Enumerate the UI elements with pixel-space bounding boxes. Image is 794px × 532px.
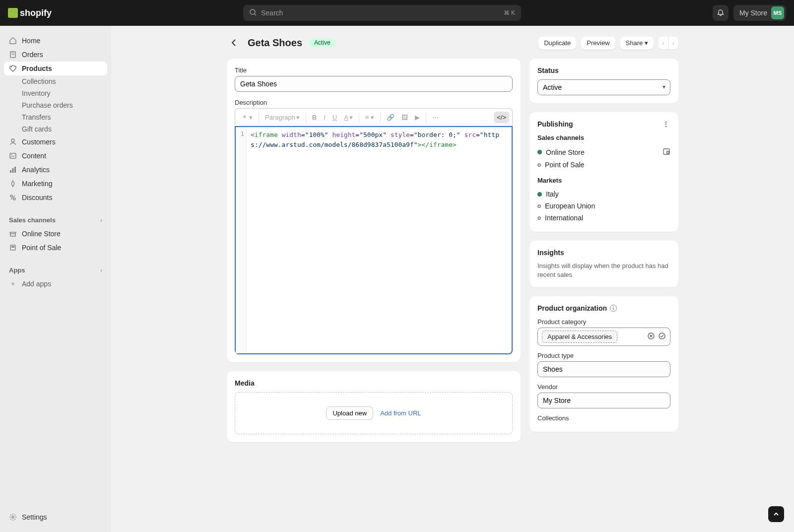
- media-title: Media: [235, 379, 513, 387]
- sidebar: Home Orders Products Collections Invento…: [0, 26, 111, 532]
- media-card: Media Upload new Add from URL: [227, 371, 521, 442]
- category-label: Product category: [537, 318, 670, 326]
- sidebar-item-marketing[interactable]: Marketing: [4, 177, 107, 191]
- publishing-menu[interactable]: ⋮: [662, 120, 670, 128]
- link-button[interactable]: 🔗: [384, 112, 397, 123]
- sidebar-item-products[interactable]: Products: [4, 62, 107, 75]
- sidebar-item-add-apps[interactable]: ＋ Add apps: [4, 277, 107, 291]
- analytics-icon: [9, 166, 17, 174]
- add-from-url-button[interactable]: Add from URL: [380, 409, 421, 417]
- sidebar-sub-inventory[interactable]: Inventory: [4, 87, 107, 99]
- confirm-icon[interactable]: [658, 332, 666, 341]
- scroll-top-button[interactable]: [768, 506, 784, 522]
- pager: ‹ ›: [658, 36, 678, 50]
- type-label: Product type: [537, 352, 670, 359]
- title-input[interactable]: [235, 76, 513, 92]
- vendor-input[interactable]: [537, 393, 670, 408]
- pos-icon: [9, 244, 17, 252]
- clear-icon[interactable]: [647, 332, 655, 341]
- svg-point-17: [12, 516, 14, 518]
- svg-point-0: [250, 9, 255, 14]
- underline-button[interactable]: U: [330, 112, 340, 123]
- back-button[interactable]: [227, 36, 241, 50]
- share-button[interactable]: Share ▾: [620, 36, 655, 50]
- sidebar-sub-transfers[interactable]: Transfers: [4, 111, 107, 123]
- sidebar-item-content[interactable]: Content: [4, 149, 107, 163]
- sidebar-item-label: Add apps: [22, 280, 51, 288]
- more-button[interactable]: ⋯: [429, 112, 442, 123]
- sidebar-item-label: Content: [22, 152, 46, 160]
- main-content: Geta Shoes Active Duplicate Preview Shar…: [111, 26, 794, 532]
- marketing-icon: [9, 180, 17, 188]
- sidebar-item-analytics[interactable]: Analytics: [4, 163, 107, 177]
- ai-button[interactable]: ▾: [238, 112, 256, 123]
- preview-button[interactable]: Preview: [581, 36, 615, 50]
- topbar: shopify Search ⌘ K My Store MS: [0, 0, 794, 26]
- category-tag[interactable]: Apparel & Accessories: [542, 331, 617, 343]
- search-icon: [249, 8, 257, 18]
- search-placeholder: Search: [261, 9, 283, 17]
- product-org-card: Product organization i Product category …: [529, 296, 678, 432]
- video-button[interactable]: ▶: [412, 112, 423, 123]
- bold-button[interactable]: B: [309, 112, 320, 123]
- channel-pos: Point of Sale: [537, 159, 670, 171]
- sidebar-item-discounts[interactable]: Discounts: [4, 191, 107, 204]
- info-icon[interactable]: i: [610, 305, 617, 312]
- market-eu: European Union: [537, 200, 670, 212]
- category-field[interactable]: Apparel & Accessories: [537, 328, 670, 346]
- sidebar-item-settings[interactable]: Settings: [4, 510, 107, 524]
- italic-button[interactable]: I: [321, 112, 329, 123]
- store-menu[interactable]: My Store MS: [733, 5, 786, 21]
- code-body[interactable]: <iframe width="100%" height="500px" styl…: [247, 127, 512, 353]
- media-dropzone[interactable]: Upload new Add from URL: [235, 392, 513, 434]
- sidebar-section-apps[interactable]: Apps ›: [4, 264, 107, 277]
- sidebar-item-customers[interactable]: Customers: [4, 135, 107, 149]
- sidebar-item-online-store[interactable]: Online Store: [4, 227, 107, 241]
- markets-label: Markets: [537, 177, 670, 184]
- collections-label: Collections: [537, 414, 670, 422]
- status-select[interactable]: [537, 79, 670, 95]
- logo[interactable]: shopify: [8, 8, 52, 18]
- description-code-editor[interactable]: 1 <iframe width="100%" height="500px" st…: [235, 126, 513, 354]
- align-button[interactable]: ≡ ▾: [362, 112, 377, 123]
- code-view-button[interactable]: </>: [494, 112, 509, 123]
- chevron-right-icon: ›: [100, 216, 102, 224]
- paragraph-dropdown[interactable]: Paragraph ▾: [262, 112, 303, 123]
- store-icon: [9, 230, 17, 238]
- color-button[interactable]: A ▾: [341, 112, 356, 123]
- sidebar-sub-collections[interactable]: Collections: [4, 75, 107, 87]
- prev-button[interactable]: ‹: [658, 36, 668, 50]
- sidebar-sub-purchase-orders[interactable]: Purchase orders: [4, 99, 107, 111]
- chevron-down-icon: ▾: [645, 39, 648, 47]
- sidebar-sub-gift-cards[interactable]: Gift cards: [4, 123, 107, 135]
- svg-rect-7: [10, 153, 16, 158]
- svg-line-1: [255, 14, 256, 15]
- store-name: My Store: [739, 9, 767, 17]
- search-input[interactable]: Search ⌘ K: [243, 5, 521, 21]
- title-label: Title: [235, 66, 513, 74]
- duplicate-button[interactable]: Duplicate: [538, 36, 577, 50]
- sidebar-item-home[interactable]: Home: [4, 34, 107, 48]
- image-button[interactable]: 🖼: [398, 112, 411, 123]
- sidebar-item-label: Settings: [22, 513, 47, 521]
- avatar: MS: [771, 6, 784, 19]
- type-input[interactable]: [537, 361, 670, 377]
- status-title: Status: [537, 66, 670, 74]
- discounts-icon: [9, 194, 17, 201]
- sidebar-section-sales-channels[interactable]: Sales channels ›: [4, 213, 107, 227]
- schedule-icon[interactable]: [662, 147, 670, 157]
- content-icon: [9, 152, 17, 160]
- status-dot-green: [537, 150, 542, 154]
- notifications-button[interactable]: [713, 5, 728, 21]
- sidebar-item-pos[interactable]: Point of Sale: [4, 241, 107, 255]
- insights-title: Insights: [537, 249, 670, 257]
- sidebar-item-label: Home: [22, 37, 40, 45]
- upload-button[interactable]: Upload new: [326, 406, 373, 420]
- search-shortcut: ⌘ K: [504, 9, 515, 16]
- status-dot-hollow: [537, 163, 541, 167]
- next-button[interactable]: ›: [668, 36, 678, 50]
- publishing-title: Publishing: [537, 120, 573, 128]
- svg-point-8: [11, 154, 12, 155]
- title-card: Title Description ▾ Paragraph ▾ B I: [227, 59, 521, 362]
- sidebar-item-orders[interactable]: Orders: [4, 48, 107, 62]
